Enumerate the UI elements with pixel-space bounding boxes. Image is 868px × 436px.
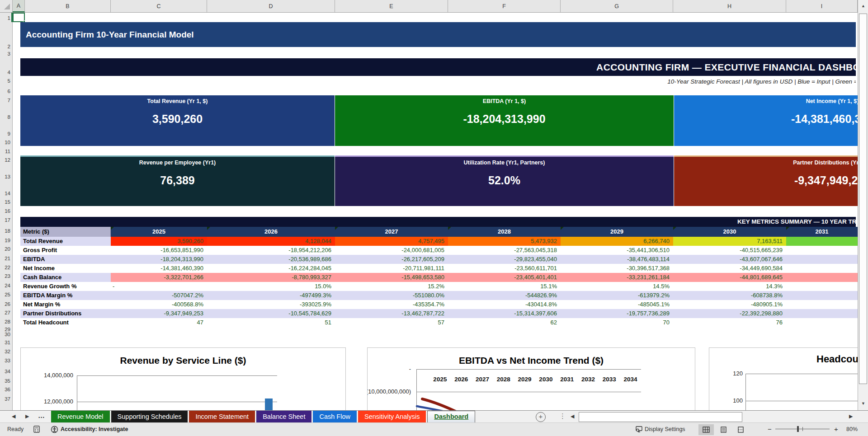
metric-row-label[interactable]: Total Revenue bbox=[20, 237, 111, 246]
metric-cell[interactable]: -40,515,665,239 bbox=[673, 246, 786, 255]
metric-cell[interactable]: 3,590,260 bbox=[111, 237, 207, 246]
kpi-card-revenue-per-employee-yr1-[interactable]: Revenue per Employee (Yr1)76,389 bbox=[20, 155, 335, 206]
metric-cell[interactable]: -497499.3% bbox=[207, 291, 335, 300]
sheet-tab-income-statement[interactable]: Income Statement bbox=[189, 411, 255, 423]
metric-cell[interactable] bbox=[786, 237, 858, 246]
tab-scroll-right-icon[interactable]: ▶ bbox=[25, 413, 29, 419]
metric-cell[interactable]: 6,266,740 bbox=[561, 237, 673, 246]
metric-cell[interactable]: -18,204,313,990 bbox=[111, 255, 207, 264]
kpi-card-net-income-yr-1-[interactable]: Net Income (Yr 1, $)-14,381,460,390 bbox=[674, 95, 868, 146]
metric-row-label[interactable]: Cash Balance bbox=[20, 273, 111, 282]
tab-overflow-ellipsis[interactable]: … bbox=[38, 412, 45, 419]
tab-scroll-left-icon[interactable]: ◀ bbox=[12, 413, 15, 419]
metric-cell[interactable]: -507047.2% bbox=[111, 291, 207, 300]
metric-cell[interactable]: -613979.2% bbox=[561, 291, 673, 300]
metric-cell[interactable]: -20,536,989,686 bbox=[207, 255, 335, 264]
row-header-8[interactable]: 8 bbox=[0, 114, 12, 122]
kpi-card-total-revenue-yr-1-[interactable]: Total Revenue (Yr 1, $)3,590,260 bbox=[20, 95, 335, 146]
metric-cell[interactable]: -27,563,045,318 bbox=[448, 246, 561, 255]
metric-cell[interactable]: -24,000,681,005 bbox=[335, 246, 448, 255]
metric-cell[interactable]: -30,396,517,368 bbox=[561, 264, 673, 273]
view-page-layout-button[interactable] bbox=[716, 424, 731, 435]
metric-cell[interactable] bbox=[786, 291, 858, 300]
metric-cell[interactable]: -23,405,401,401 bbox=[448, 273, 561, 282]
tab-splitter-dots[interactable]: ⋮ bbox=[559, 412, 566, 420]
column-header-E[interactable]: E bbox=[335, 0, 448, 12]
scroll-down-arrow[interactable]: ▼ bbox=[859, 398, 868, 408]
select-all-button[interactable] bbox=[0, 0, 13, 12]
metric-row-label[interactable]: Gross Profit bbox=[20, 246, 111, 255]
row-header-22[interactable]: 22 bbox=[0, 265, 12, 272]
accessibility-status[interactable]: Accessibility: Investigate bbox=[61, 426, 128, 432]
row-header-18[interactable]: 18 bbox=[0, 228, 12, 235]
metric-cell[interactable]: -20,711,981,111 bbox=[335, 264, 448, 273]
row-header-1[interactable]: 1 bbox=[0, 15, 12, 23]
column-header-A[interactable]: A bbox=[13, 0, 25, 12]
table-header-year-2031[interactable]: 2031 bbox=[786, 227, 858, 237]
row-header-33[interactable]: 33 bbox=[0, 358, 12, 365]
row-header-5[interactable]: 5 bbox=[0, 78, 12, 85]
column-header-B[interactable]: B bbox=[25, 0, 111, 12]
metric-cell[interactable] bbox=[786, 318, 858, 327]
chart-ebitda-vs-net-income[interactable]: EBITDA vs Net Income Trend ($) - (10,000… bbox=[367, 347, 695, 410]
row-header-25[interactable]: 25 bbox=[0, 292, 12, 299]
metric-cell[interactable]: -23,560,611,701 bbox=[448, 264, 561, 273]
metric-cell[interactable]: -33,231,261,184 bbox=[561, 273, 673, 282]
row-header-3[interactable]: 3 bbox=[0, 51, 12, 58]
metric-cell[interactable]: -26,217,605,209 bbox=[335, 255, 448, 264]
row-header-7[interactable]: 7 bbox=[0, 98, 12, 105]
table-header-year-2029[interactable]: 2029 bbox=[561, 227, 673, 237]
metric-cell[interactable]: 15.2% bbox=[335, 282, 448, 291]
display-settings-icon[interactable] bbox=[636, 426, 642, 432]
metric-cell[interactable]: -38,476,483,114 bbox=[561, 255, 673, 264]
metric-cell[interactable] bbox=[786, 300, 858, 309]
metric-cell[interactable]: 15.0% bbox=[207, 282, 335, 291]
kpi-card-partner-distributions-yr-1-[interactable]: Partner Distributions (Yr 1, $)-9,347,94… bbox=[674, 155, 868, 206]
vertical-scroll-thumb[interactable] bbox=[859, 14, 867, 384]
metric-cell[interactable]: 15.1% bbox=[448, 282, 561, 291]
column-header-I[interactable]: I bbox=[786, 0, 858, 12]
metric-row-label[interactable]: Total Headcount bbox=[20, 318, 111, 327]
table-header-metric[interactable]: Metric ($) bbox=[20, 227, 111, 237]
metric-cell[interactable]: -19,757,736,289 bbox=[561, 309, 673, 318]
metric-cell[interactable]: -9,347,949,253 bbox=[111, 309, 207, 318]
macro-record-icon[interactable] bbox=[33, 426, 40, 433]
row-header-21[interactable]: 21 bbox=[0, 256, 12, 263]
zoom-out-button[interactable]: − bbox=[768, 425, 772, 433]
new-sheet-button[interactable]: + bbox=[536, 412, 546, 422]
kpi-card-ebitda-yr-1-[interactable]: EBITDA (Yr 1, $)-18,204,313,990 bbox=[335, 95, 674, 146]
row-header-30[interactable]: 30 bbox=[0, 332, 12, 339]
hscroll-right-arrow[interactable]: ▶ bbox=[849, 413, 853, 419]
row-header-20[interactable]: 20 bbox=[0, 246, 12, 253]
metric-cell[interactable]: -10,545,784,629 bbox=[207, 309, 335, 318]
row-header-26[interactable]: 26 bbox=[0, 301, 12, 309]
chart-headcount[interactable]: Headcount 120 100 bbox=[709, 347, 858, 410]
metric-cell[interactable] bbox=[786, 255, 858, 264]
display-settings-label[interactable]: Display Settings bbox=[645, 426, 685, 432]
metric-cell[interactable]: 57 bbox=[335, 318, 448, 327]
table-header-year-2026[interactable]: 2026 bbox=[207, 227, 335, 237]
workbook-banner[interactable]: Accounting Firm 10-Year Financial Model bbox=[20, 22, 856, 47]
metric-cell[interactable]: -430414.8% bbox=[448, 300, 561, 309]
metric-row-label[interactable]: Revenue Growth % bbox=[20, 282, 111, 291]
kpi-card-utilization-rate-yr1-partners-[interactable]: Utilization Rate (Yr1, Partners)52.0% bbox=[335, 155, 674, 206]
metric-cell[interactable]: -3,322,701,266 bbox=[111, 273, 207, 282]
row-header-12[interactable]: 12 bbox=[0, 157, 12, 164]
metric-cell[interactable]: 4,128,044 bbox=[207, 237, 335, 246]
dashboard-subtitle-band[interactable]: 10-Year Strategic Forecast | All figures… bbox=[20, 77, 856, 88]
row-header-32[interactable]: 32 bbox=[0, 349, 12, 356]
metric-cell[interactable]: -16,224,284,045 bbox=[207, 264, 335, 273]
metric-cell[interactable]: 70 bbox=[561, 318, 673, 327]
metric-row-label[interactable]: EBITDA bbox=[20, 255, 111, 264]
metric-cell[interactable] bbox=[786, 273, 858, 282]
sheet-tab-balance-sheet[interactable]: Balance Sheet bbox=[256, 411, 311, 423]
metric-cell[interactable] bbox=[786, 282, 858, 291]
sheet-tab-dashboard[interactable]: Dashboard bbox=[427, 411, 475, 424]
row-header-36[interactable]: 36 bbox=[0, 387, 12, 394]
row-header-35[interactable]: 35 bbox=[0, 378, 12, 385]
accessibility-icon[interactable] bbox=[51, 426, 58, 433]
metric-row-label[interactable]: Net Income bbox=[20, 264, 111, 273]
sheet-tab-cash-flow[interactable]: Cash Flow bbox=[313, 411, 357, 423]
metric-cell[interactable]: 47 bbox=[111, 318, 207, 327]
metric-cell[interactable]: -485045.1% bbox=[561, 300, 673, 309]
